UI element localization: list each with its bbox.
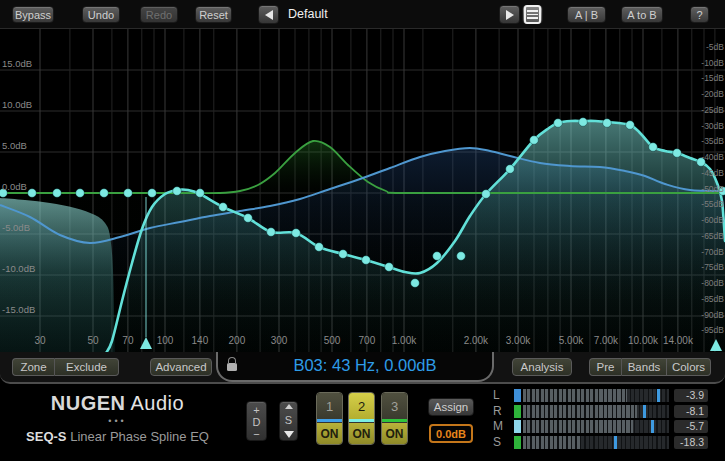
eq-control-point[interactable] bbox=[124, 189, 133, 198]
top-toolbar: Bypass Undo Redo Reset Default A | B A t… bbox=[0, 0, 725, 28]
help-button[interactable]: ? bbox=[690, 6, 709, 23]
eq-control-point[interactable] bbox=[482, 190, 491, 199]
preset-prev-button[interactable] bbox=[258, 5, 279, 24]
band-button-3[interactable]: 3 ON bbox=[381, 392, 408, 445]
bypass-button[interactable]: Bypass bbox=[12, 6, 54, 23]
eq-control-point[interactable] bbox=[76, 189, 85, 198]
analysis-button[interactable]: Analysis bbox=[512, 358, 572, 376]
band-button-2[interactable]: 2 ON bbox=[348, 392, 375, 445]
eq-control-point[interactable] bbox=[196, 189, 205, 198]
db-axis-label-right: -95dB bbox=[701, 325, 724, 335]
db-axis-label-right: -70dB bbox=[701, 247, 724, 257]
bands-button[interactable]: Bands bbox=[622, 358, 667, 376]
eq-control-point[interactable] bbox=[53, 189, 62, 198]
eq-control-point[interactable] bbox=[506, 165, 515, 174]
a-to-b-button[interactable]: A to B bbox=[621, 6, 663, 23]
eq-control-point[interactable] bbox=[649, 143, 658, 152]
eq-graph-area[interactable]: 15.0dB10.0dB5.0dB0.0dB-5.0dB-10.0dB-15.0… bbox=[0, 28, 725, 352]
db-axis-label-left: 5.0dB bbox=[2, 140, 27, 151]
eq-control-point[interactable] bbox=[433, 252, 442, 261]
meter-row-side: S -18.3 bbox=[493, 436, 718, 449]
freq-axis-label: 100 bbox=[157, 335, 174, 346]
eq-control-point[interactable] bbox=[219, 203, 228, 212]
eq-control-point[interactable] bbox=[385, 263, 394, 272]
pre-button[interactable]: Pre bbox=[589, 358, 622, 376]
db-axis-label-right: -30dB bbox=[701, 121, 724, 131]
eq-control-point[interactable] bbox=[579, 118, 588, 127]
meter-label: S bbox=[493, 436, 507, 449]
eq-control-point[interactable] bbox=[673, 149, 682, 158]
db-axis-label-right: -55dB bbox=[701, 199, 724, 209]
brand-block: NUGEN Audio ••• SEQ-S Linear Phase Splin… bbox=[0, 392, 235, 444]
arrow-down-icon[interactable] bbox=[284, 431, 294, 438]
band-on-toggle[interactable]: ON bbox=[317, 422, 342, 444]
band-number: 1 bbox=[317, 393, 342, 419]
eq-control-point[interactable] bbox=[626, 121, 635, 130]
dip-plus[interactable]: + bbox=[253, 404, 259, 416]
db-axis-label-right: -35dB bbox=[701, 136, 724, 146]
db-axis-label-right: -50dB bbox=[701, 184, 724, 194]
eq-control-point[interactable] bbox=[554, 119, 563, 128]
freq-axis-label: 7.00k bbox=[594, 335, 619, 346]
eq-control-point[interactable] bbox=[362, 256, 371, 265]
advanced-button[interactable]: Advanced bbox=[150, 358, 212, 376]
freq-axis-label: 1.00k bbox=[392, 335, 417, 346]
freq-axis-label: 30 bbox=[34, 335, 46, 346]
colors-button[interactable]: Colors bbox=[667, 358, 711, 376]
arrow-up-icon[interactable] bbox=[285, 404, 293, 409]
eq-control-point[interactable] bbox=[530, 136, 539, 145]
db-axis-label-right: -75dB bbox=[701, 262, 724, 272]
meter-label: R bbox=[493, 405, 507, 418]
eq-control-point[interactable] bbox=[100, 189, 109, 198]
exclude-button[interactable]: Exclude bbox=[55, 358, 119, 376]
eq-control-point[interactable] bbox=[28, 189, 37, 198]
freq-axis-label: 3.00k bbox=[506, 335, 531, 346]
preset-next-button[interactable] bbox=[499, 5, 520, 24]
reset-button[interactable]: Reset bbox=[195, 6, 232, 23]
meter-chip bbox=[514, 389, 521, 402]
lock-icon[interactable] bbox=[227, 363, 237, 371]
meter-chip bbox=[514, 405, 521, 418]
list-icon bbox=[524, 5, 541, 24]
dip-stepper[interactable]: + D − bbox=[246, 401, 267, 441]
dip-label: D bbox=[253, 416, 261, 428]
preset-list-button[interactable] bbox=[522, 5, 543, 24]
ab-compare-button[interactable]: A | B bbox=[567, 6, 606, 23]
eq-control-point[interactable] bbox=[457, 252, 466, 261]
undo-button[interactable]: Undo bbox=[82, 6, 120, 23]
preset-name[interactable]: Default bbox=[288, 7, 328, 21]
solo-stepper[interactable]: S bbox=[279, 401, 298, 441]
band-readout: B03: 43 Hz, 0.00dB bbox=[240, 356, 490, 375]
eq-control-point[interactable] bbox=[315, 243, 324, 252]
meter-label: L bbox=[493, 389, 507, 402]
eq-control-point[interactable] bbox=[339, 250, 348, 259]
logo-nugen: NUGEN bbox=[51, 392, 126, 414]
freq-axis-label: 140 bbox=[192, 335, 209, 346]
zone-button[interactable]: Zone bbox=[12, 358, 55, 376]
band-button-1[interactable]: 1 ON bbox=[316, 392, 343, 445]
meter-bar bbox=[523, 405, 669, 418]
eq-control-point[interactable] bbox=[603, 119, 612, 128]
eq-graph[interactable]: 15.0dB10.0dB5.0dB0.0dB-5.0dB-10.0dB-15.0… bbox=[0, 29, 725, 353]
db-axis-label-right: -5dB bbox=[706, 42, 724, 52]
freq-axis-label: 700 bbox=[359, 335, 376, 346]
redo-button[interactable]: Redo bbox=[140, 6, 178, 23]
product-name: SEQ-S bbox=[26, 429, 66, 444]
band-on-toggle[interactable]: ON bbox=[382, 422, 407, 444]
db-axis-label-left: -15.0dB bbox=[2, 304, 35, 315]
eq-control-point[interactable] bbox=[244, 214, 253, 223]
dip-minus[interactable]: − bbox=[253, 428, 259, 440]
freq-axis-label: 200 bbox=[229, 335, 246, 346]
meter-row-mid: M -5.7 bbox=[493, 420, 718, 433]
assign-value-display[interactable]: 0.0dB bbox=[429, 424, 473, 443]
eq-control-point[interactable] bbox=[411, 279, 420, 288]
eq-control-point[interactable] bbox=[173, 187, 182, 196]
assign-button[interactable]: Assign bbox=[428, 398, 474, 416]
eq-control-point[interactable] bbox=[148, 189, 157, 198]
meter-label: M bbox=[493, 420, 507, 433]
eq-control-point[interactable] bbox=[292, 229, 301, 238]
meter-row-left: L -3.9 bbox=[493, 389, 718, 402]
nugen-logo: NUGEN Audio bbox=[0, 392, 235, 415]
eq-control-point[interactable] bbox=[267, 228, 276, 237]
band-on-toggle[interactable]: ON bbox=[349, 422, 374, 444]
